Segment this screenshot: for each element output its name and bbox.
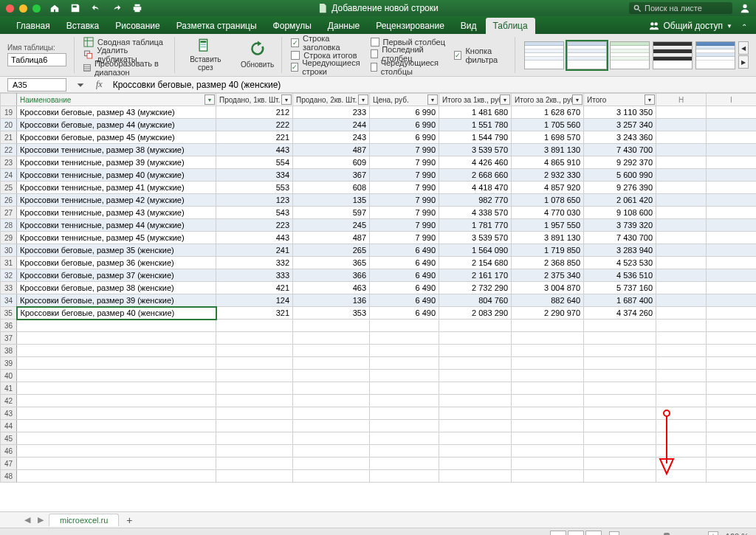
gallery-prev-button[interactable]: ◀ xyxy=(738,41,749,55)
cell[interactable] xyxy=(656,332,707,345)
cell[interactable] xyxy=(584,357,656,370)
cell[interactable] xyxy=(707,320,757,332)
cell[interactable] xyxy=(584,332,656,345)
minimize-window-button[interactable] xyxy=(19,4,27,13)
formula-input[interactable]: Кроссовки беговые, размер 40 (женские) xyxy=(109,80,756,90)
cell[interactable]: 332 xyxy=(216,257,293,269)
cell[interactable] xyxy=(707,370,757,382)
table-row[interactable]: 31Кроссовки беговые, размер 36 (женские)… xyxy=(1,257,757,269)
cell[interactable]: 7 430 700 xyxy=(584,232,656,244)
cell[interactable]: 2 083 290 xyxy=(439,307,512,320)
cell[interactable] xyxy=(707,156,757,169)
table-style-swatch[interactable] xyxy=(567,41,607,69)
cell[interactable] xyxy=(707,445,757,458)
table-row[interactable]: 32Кроссовки беговые, размер 37 (женские)… xyxy=(1,269,757,282)
cell[interactable]: 7 990 xyxy=(370,169,439,182)
cell[interactable]: 241 xyxy=(216,244,293,257)
home-icon[interactable] xyxy=(49,3,60,13)
table-row[interactable]: 36 xyxy=(1,320,757,332)
cell[interactable] xyxy=(707,182,757,194)
cell[interactable]: 1 698 570 xyxy=(512,131,584,144)
cell[interactable] xyxy=(707,169,757,182)
cell[interactable]: 1 781 770 xyxy=(439,219,512,232)
column-header[interactable]: Продано, 2кв. Шт.▼ xyxy=(293,94,370,106)
row-number[interactable]: 27 xyxy=(1,207,17,219)
cell[interactable]: 6 490 xyxy=(370,282,439,294)
row-number[interactable]: 34 xyxy=(1,294,17,307)
cell[interactable]: 3 891 130 xyxy=(512,232,584,244)
cell[interactable] xyxy=(293,320,370,332)
cell[interactable]: 1 628 670 xyxy=(512,106,584,119)
ribbon-tab[interactable]: Таблица xyxy=(486,18,535,34)
table-row[interactable]: 29Кроссовки теннисные, размер 45 (мужски… xyxy=(1,232,757,244)
cell[interactable]: 6 490 xyxy=(370,257,439,269)
cell[interactable] xyxy=(656,458,707,470)
cell[interactable] xyxy=(512,420,584,432)
column-letter[interactable]: I xyxy=(707,94,757,106)
cell[interactable] xyxy=(293,395,370,407)
cell[interactable]: 553 xyxy=(216,182,293,194)
cell[interactable]: 543 xyxy=(216,207,293,219)
table-row[interactable]: 43 xyxy=(1,407,757,420)
cell[interactable]: 597 xyxy=(293,207,370,219)
cell[interactable]: 609 xyxy=(293,156,370,169)
table-row[interactable]: 27Кроссовки теннисные, размер 43 (мужски… xyxy=(1,207,757,219)
cell[interactable]: 244 xyxy=(293,119,370,131)
table-style-swatch[interactable] xyxy=(610,41,650,69)
row-number[interactable]: 45 xyxy=(1,432,17,445)
cell[interactable] xyxy=(293,458,370,470)
table-row[interactable]: 47 xyxy=(1,458,757,470)
collapse-ribbon-button[interactable]: ⌃ xyxy=(741,23,747,34)
user-icon[interactable] xyxy=(740,3,750,13)
column-header[interactable]: Итого за 1кв., руб.▼ xyxy=(439,94,512,106)
row-number[interactable]: 29 xyxy=(1,232,17,244)
cell[interactable]: 4 418 470 xyxy=(439,182,512,194)
cell[interactable]: 136 xyxy=(293,294,370,307)
cell[interactable]: 3 004 870 xyxy=(512,282,584,294)
row-number[interactable]: 25 xyxy=(1,182,17,194)
cell[interactable] xyxy=(370,345,439,357)
cell[interactable] xyxy=(656,395,707,407)
cell[interactable] xyxy=(584,432,656,445)
cell[interactable] xyxy=(370,470,439,483)
cell[interactable] xyxy=(656,194,707,207)
cell[interactable] xyxy=(370,407,439,420)
cell[interactable] xyxy=(707,257,757,269)
cell[interactable] xyxy=(584,370,656,382)
cell[interactable]: 2 154 680 xyxy=(439,257,512,269)
row-number[interactable]: 43 xyxy=(1,407,17,420)
cell[interactable] xyxy=(656,294,707,307)
table-row[interactable]: 38 xyxy=(1,345,757,357)
cell[interactable] xyxy=(439,420,512,432)
cell[interactable] xyxy=(656,320,707,332)
cell[interactable]: 6 490 xyxy=(370,269,439,282)
cell[interactable] xyxy=(370,445,439,458)
ribbon-tab[interactable]: Формулы xyxy=(266,18,319,34)
table-row[interactable]: 22Кроссовки теннисные, размер 38 (мужски… xyxy=(1,144,757,156)
cell[interactable]: 334 xyxy=(216,169,293,182)
cell[interactable]: 487 xyxy=(293,144,370,156)
cell[interactable]: 1 481 680 xyxy=(439,106,512,119)
cell[interactable] xyxy=(707,470,757,483)
cell[interactable] xyxy=(17,445,216,458)
cell[interactable]: Кроссовки теннисные, размер 44 (мужские) xyxy=(17,219,216,232)
cell[interactable] xyxy=(707,269,757,282)
cell[interactable] xyxy=(656,370,707,382)
row-number[interactable]: 36 xyxy=(1,320,17,332)
cell[interactable]: 7 430 700 xyxy=(584,144,656,156)
cell[interactable]: 3 283 940 xyxy=(584,244,656,257)
cell[interactable] xyxy=(512,320,584,332)
cell[interactable]: 3 539 570 xyxy=(439,144,512,156)
row-number[interactable]: 32 xyxy=(1,269,17,282)
cell[interactable]: 6 490 xyxy=(370,294,439,307)
print-icon[interactable] xyxy=(132,3,142,13)
cell[interactable]: 4 426 460 xyxy=(439,156,512,169)
cell[interactable] xyxy=(656,357,707,370)
cell[interactable] xyxy=(584,382,656,395)
cell[interactable]: 3 739 320 xyxy=(584,219,656,232)
cell[interactable] xyxy=(512,382,584,395)
cell[interactable] xyxy=(17,345,216,357)
cell[interactable]: 7 990 xyxy=(370,219,439,232)
cell[interactable] xyxy=(216,420,293,432)
cell[interactable] xyxy=(656,207,707,219)
